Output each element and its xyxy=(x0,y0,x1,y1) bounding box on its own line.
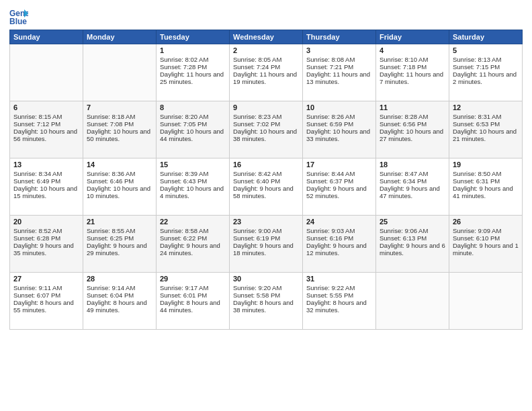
day-number: 2 xyxy=(233,46,299,54)
day-info: Daylight: 9 hours and 1 minute. xyxy=(453,242,519,257)
weekday-header: Thursday xyxy=(303,30,376,44)
day-number: 7 xyxy=(87,103,152,111)
calendar-cell: 5Sunrise: 8:13 AMSunset: 7:15 PMDaylight… xyxy=(449,44,523,101)
day-number: 19 xyxy=(453,161,519,169)
day-info: Daylight: 9 hours and 24 minutes. xyxy=(160,242,226,257)
calendar-cell: 28Sunrise: 9:14 AMSunset: 6:04 PMDayligh… xyxy=(83,273,157,330)
day-info: Sunset: 6:46 PM xyxy=(87,177,152,185)
day-info: Sunset: 6:59 PM xyxy=(306,120,372,128)
day-info: Sunset: 6:22 PM xyxy=(160,234,226,242)
day-info: Daylight: 8 hours and 38 minutes. xyxy=(233,299,299,314)
day-number: 11 xyxy=(380,103,445,111)
day-info: Sunset: 7:05 PM xyxy=(160,120,226,128)
day-info: Sunset: 6:37 PM xyxy=(306,177,372,185)
day-info: Daylight: 9 hours and 18 minutes. xyxy=(233,242,299,257)
day-info: Sunset: 6:56 PM xyxy=(380,120,445,128)
logo-icon: General Blue xyxy=(9,7,28,26)
day-number: 25 xyxy=(380,218,445,226)
day-number: 14 xyxy=(87,161,152,169)
day-info: Daylight: 10 hours and 33 minutes. xyxy=(306,128,372,142)
day-info: Daylight: 10 hours and 44 minutes. xyxy=(160,128,226,142)
weekday-header: Tuesday xyxy=(157,30,230,44)
day-info: Daylight: 11 hours and 2 minutes. xyxy=(453,71,519,85)
day-info: Sunrise: 9:20 AM xyxy=(233,284,299,291)
calendar-cell: 16Sunrise: 8:42 AMSunset: 6:40 PMDayligh… xyxy=(230,158,303,216)
day-info: Daylight: 10 hours and 56 minutes. xyxy=(13,128,79,142)
day-info: Sunrise: 8:20 AM xyxy=(160,113,226,120)
day-info: Daylight: 8 hours and 55 minutes. xyxy=(13,299,79,314)
day-info: Daylight: 10 hours and 50 minutes. xyxy=(87,128,152,142)
day-info: Daylight: 10 hours and 21 minutes. xyxy=(453,128,519,142)
calendar-cell xyxy=(83,44,157,101)
calendar-cell: 20Sunrise: 8:52 AMSunset: 6:28 PMDayligh… xyxy=(10,216,83,273)
day-info: Daylight: 9 hours and 6 minutes. xyxy=(380,242,445,257)
day-number: 28 xyxy=(87,275,152,283)
day-number: 31 xyxy=(306,275,372,283)
day-info: Sunrise: 8:10 AM xyxy=(380,56,445,63)
day-info: Sunset: 6:43 PM xyxy=(160,177,226,185)
day-number: 1 xyxy=(160,46,226,54)
calendar-header: SundayMondayTuesdayWednesdayThursdayFrid… xyxy=(10,30,523,44)
day-info: Sunset: 6:25 PM xyxy=(87,234,152,242)
day-number: 4 xyxy=(380,46,445,54)
day-info: Sunrise: 9:17 AM xyxy=(160,284,226,291)
day-info: Sunset: 6:13 PM xyxy=(380,234,445,242)
day-number: 30 xyxy=(233,275,299,283)
day-info: Daylight: 11 hours and 13 minutes. xyxy=(306,71,372,85)
day-info: Sunrise: 9:00 AM xyxy=(233,227,299,234)
day-info: Sunset: 6:40 PM xyxy=(233,177,299,185)
day-number: 15 xyxy=(160,161,226,169)
calendar-cell: 19Sunrise: 8:50 AMSunset: 6:31 PMDayligh… xyxy=(449,158,523,216)
day-info: Sunrise: 9:06 AM xyxy=(380,227,445,234)
weekday-header: Saturday xyxy=(449,30,523,44)
calendar-body: 1Sunrise: 8:02 AMSunset: 7:28 PMDaylight… xyxy=(10,44,523,330)
day-info: Sunset: 6:01 PM xyxy=(160,291,226,299)
day-info: Sunrise: 8:13 AM xyxy=(453,56,519,63)
calendar-cell: 22Sunrise: 8:58 AMSunset: 6:22 PMDayligh… xyxy=(157,216,230,273)
calendar-cell: 27Sunrise: 9:11 AMSunset: 6:07 PMDayligh… xyxy=(10,273,83,330)
logo: General Blue xyxy=(9,7,31,26)
day-info: Sunrise: 8:23 AM xyxy=(233,113,299,120)
day-info: Sunrise: 8:55 AM xyxy=(87,227,152,234)
day-info: Sunset: 6:53 PM xyxy=(453,120,519,128)
day-info: Sunrise: 8:18 AM xyxy=(87,113,152,120)
day-info: Sunrise: 9:11 AM xyxy=(13,284,79,291)
day-info: Sunrise: 8:05 AM xyxy=(233,56,299,63)
day-info: Sunset: 7:02 PM xyxy=(233,120,299,128)
day-number: 3 xyxy=(306,46,372,54)
day-info: Sunrise: 9:14 AM xyxy=(87,284,152,291)
day-info: Sunset: 7:12 PM xyxy=(13,120,79,128)
day-info: Sunset: 5:55 PM xyxy=(306,291,372,299)
day-number: 16 xyxy=(233,161,299,169)
day-info: Sunrise: 8:39 AM xyxy=(160,170,226,177)
day-info: Sunset: 5:58 PM xyxy=(233,291,299,299)
day-info: Daylight: 10 hours and 10 minutes. xyxy=(87,185,152,199)
calendar-cell: 29Sunrise: 9:17 AMSunset: 6:01 PMDayligh… xyxy=(157,273,230,330)
day-number: 26 xyxy=(453,218,519,226)
svg-text:Blue: Blue xyxy=(9,17,27,26)
day-info: Sunrise: 8:28 AM xyxy=(380,113,445,120)
day-number: 5 xyxy=(453,46,519,54)
calendar-cell: 8Sunrise: 8:20 AMSunset: 7:05 PMDaylight… xyxy=(157,101,230,158)
day-number: 8 xyxy=(160,103,226,111)
day-info: Sunset: 6:19 PM xyxy=(233,234,299,242)
day-info: Sunrise: 9:09 AM xyxy=(453,227,519,234)
day-info: Sunset: 6:34 PM xyxy=(380,177,445,185)
day-number: 10 xyxy=(306,103,372,111)
day-info: Daylight: 11 hours and 25 minutes. xyxy=(160,71,226,85)
day-number: 29 xyxy=(160,275,226,283)
day-info: Sunset: 7:08 PM xyxy=(87,120,152,128)
day-info: Sunrise: 8:58 AM xyxy=(160,227,226,234)
calendar-cell: 12Sunrise: 8:31 AMSunset: 6:53 PMDayligh… xyxy=(449,101,523,158)
day-info: Daylight: 9 hours and 47 minutes. xyxy=(380,185,445,199)
calendar-cell: 10Sunrise: 8:26 AMSunset: 6:59 PMDayligh… xyxy=(303,101,376,158)
day-number: 6 xyxy=(13,103,79,111)
weekday-header: Sunday xyxy=(10,30,83,44)
day-info: Daylight: 8 hours and 49 minutes. xyxy=(87,299,152,314)
weekday-header: Wednesday xyxy=(230,30,303,44)
day-info: Sunset: 7:28 PM xyxy=(160,63,226,71)
day-info: Daylight: 9 hours and 41 minutes. xyxy=(453,185,519,199)
day-info: Sunrise: 8:52 AM xyxy=(13,227,79,234)
weekday-header: Monday xyxy=(83,30,157,44)
day-info: Sunset: 7:15 PM xyxy=(453,63,519,71)
